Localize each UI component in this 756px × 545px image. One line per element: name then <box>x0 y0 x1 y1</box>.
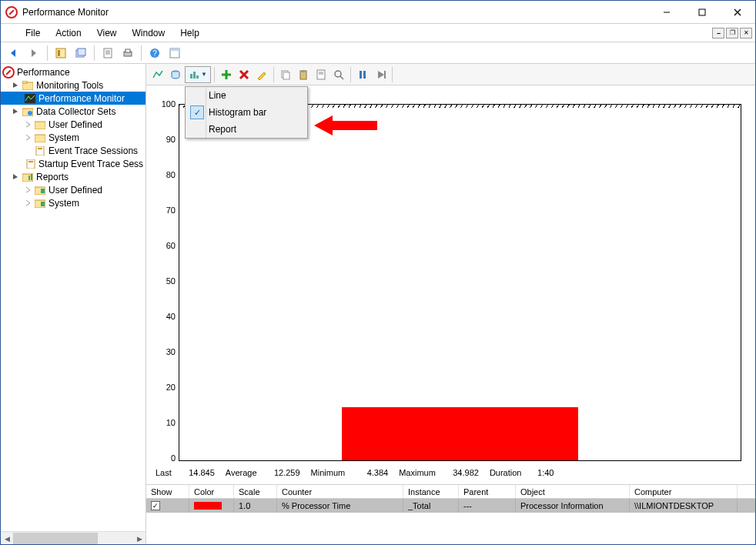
svg-rect-19 <box>22 81 27 83</box>
svg-rect-38 <box>193 72 196 79</box>
header-instance[interactable]: Instance <box>403 485 459 498</box>
close-button[interactable] <box>720 1 755 23</box>
maximize-button[interactable] <box>684 1 720 23</box>
plot[interactable] <box>179 104 741 461</box>
print-button[interactable] <box>119 45 136 62</box>
svg-rect-7 <box>78 48 85 55</box>
dropdown-item-line[interactable]: Line <box>186 87 307 104</box>
folder-icon <box>34 184 46 196</box>
properties-button[interactable] <box>99 45 116 62</box>
tree-label: System <box>49 132 79 143</box>
header-counter[interactable]: Counter <box>277 485 403 498</box>
menu-view[interactable]: View <box>89 25 125 41</box>
minimize-button[interactable] <box>649 1 684 23</box>
svg-rect-5 <box>58 50 60 56</box>
dropdown-item-report[interactable]: Report <box>186 121 307 138</box>
tree-item-user-defined[interactable]: User Defined <box>1 118 146 131</box>
y-tick: 50 <box>166 276 176 286</box>
expander-icon[interactable] <box>12 107 20 115</box>
new-window-button[interactable] <box>72 45 89 62</box>
tree-item-startup-event-trace[interactable]: Startup Event Trace Sess <box>1 157 146 170</box>
properties-button[interactable] <box>313 66 329 83</box>
cell-show: ✓ <box>146 499 189 513</box>
menu-window[interactable]: Window <box>125 25 173 41</box>
tree-item-data-collector-sets[interactable]: Data Collector Sets <box>1 105 146 118</box>
add-counter-button[interactable] <box>218 66 235 83</box>
svg-point-22 <box>28 111 32 115</box>
mdi-restore-button[interactable]: ❐ <box>726 28 738 38</box>
back-button[interactable] <box>5 45 22 62</box>
tree-item-reports-system[interactable]: System <box>1 196 146 209</box>
scroll-left-icon[interactable]: ◀ <box>1 532 13 545</box>
expander-icon[interactable] <box>24 199 32 207</box>
svg-rect-31 <box>31 174 32 180</box>
zoom-button[interactable] <box>330 66 347 83</box>
tree-item-performance[interactable]: Performance <box>1 65 146 79</box>
counter-row[interactable]: ✓1.0% Processor Time_Total---Processor I… <box>146 499 755 513</box>
header-object[interactable]: Object <box>516 485 630 498</box>
svg-rect-30 <box>28 176 30 180</box>
tree-item-event-trace-sessions[interactable]: Event Trace Sessions <box>1 144 146 157</box>
cell-counter: % Processor Time <box>277 499 403 513</box>
check-icon: ✓ <box>190 105 204 119</box>
paste-button[interactable] <box>295 66 312 83</box>
annotation-arrow <box>314 114 377 137</box>
performance-icon <box>2 66 15 79</box>
tree-item-monitoring-tools[interactable]: Monitoring Tools <box>1 79 146 92</box>
trace-icon <box>34 145 46 157</box>
header-scale[interactable]: Scale <box>234 485 277 498</box>
svg-rect-4 <box>56 48 65 58</box>
show-hide-tree-button[interactable] <box>52 45 69 62</box>
folder-icon <box>34 119 46 131</box>
tree-label: User Defined <box>49 119 102 130</box>
dropdown-item-histogram-bar[interactable]: ✓ Histogram bar <box>186 104 307 121</box>
freeze-display-button[interactable] <box>354 66 371 83</box>
update-data-button[interactable] <box>372 66 389 83</box>
highlight-button[interactable] <box>253 66 270 83</box>
tree-item-system[interactable]: System <box>1 131 146 144</box>
tree-item-reports-user-defined[interactable]: User Defined <box>1 183 146 196</box>
label-duration: Duration <box>490 468 522 477</box>
show-checkbox[interactable]: ✓ <box>151 501 160 510</box>
svg-rect-55 <box>384 71 386 79</box>
tree-item-performance-monitor[interactable]: Performance Monitor <box>1 92 146 105</box>
mdi-close-button[interactable]: ✕ <box>740 28 752 38</box>
expander-icon[interactable] <box>24 120 32 129</box>
header-parent[interactable]: Parent <box>459 485 516 498</box>
cell-object: Processor Information <box>516 499 630 513</box>
label-maximum: Maximum <box>399 468 436 477</box>
scroll-right-icon[interactable]: ▶ <box>133 532 146 545</box>
view-log-data-button[interactable] <box>167 66 184 83</box>
sidebar-horizontal-scrollbar[interactable]: ◀ ▶ <box>1 531 146 544</box>
cell-parent: --- <box>459 499 516 513</box>
view-current-activity-button[interactable] <box>149 66 166 83</box>
menu-action[interactable]: Action <box>48 25 89 41</box>
header-show[interactable]: Show <box>146 485 189 498</box>
delete-counter-button[interactable] <box>236 66 253 83</box>
y-tick: 40 <box>166 312 176 321</box>
tree-label: Performance Monitor <box>38 93 125 104</box>
help-button[interactable]: ? <box>146 45 163 62</box>
y-tick: 60 <box>166 241 176 250</box>
menu-file[interactable]: File <box>18 25 48 41</box>
tree-label: Monitoring Tools <box>36 80 103 91</box>
customize-button[interactable] <box>166 45 183 62</box>
expander-icon[interactable] <box>12 81 20 89</box>
mdi-minimize-button[interactable]: ‒ <box>712 28 724 38</box>
copy-button[interactable] <box>277 66 294 83</box>
menubar: File Action View Window Help ‒ ❐ ✕ <box>1 24 755 42</box>
expander-icon[interactable] <box>12 172 20 181</box>
expander-icon[interactable] <box>24 133 32 142</box>
tree-item-reports[interactable]: Reports <box>1 170 146 183</box>
change-graph-type-dropdown[interactable]: ▼ <box>185 66 211 83</box>
expander-icon[interactable] <box>24 186 32 194</box>
scroll-thumb[interactable] <box>13 533 98 544</box>
svg-rect-45 <box>283 72 289 79</box>
trace-icon <box>25 158 36 170</box>
forward-button[interactable] <box>25 45 42 62</box>
header-computer[interactable]: Computer <box>630 485 738 498</box>
header-color[interactable]: Color <box>189 485 234 498</box>
menu-help[interactable]: Help <box>172 25 207 41</box>
value-maximum: 34.982 <box>439 468 487 477</box>
stats-row: Last 14.845 Average 12.259 Minimum 4.384… <box>156 466 741 480</box>
